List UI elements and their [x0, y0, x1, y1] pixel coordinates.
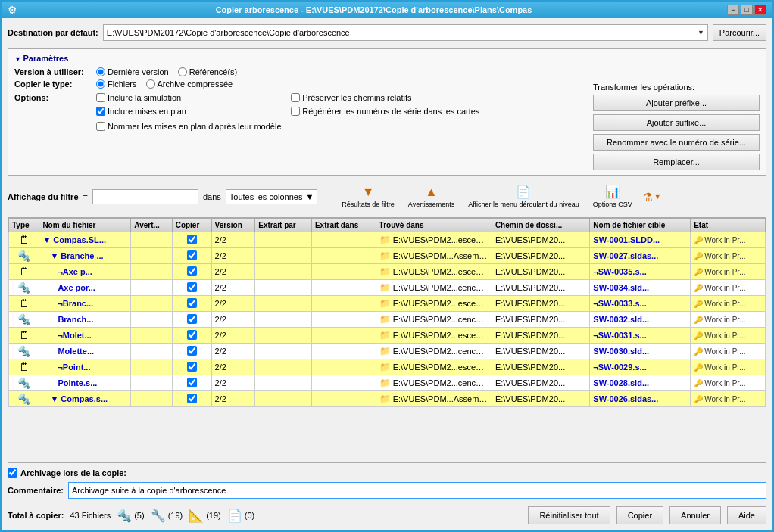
trouve-cell: 📁 E:\VUES\PDM2...cence\Pieces: [376, 280, 492, 296]
version-derniere[interactable]: Dernière version: [96, 67, 169, 76]
option-simulation[interactable]: Inclure la simulation: [96, 93, 285, 102]
col-copier: Copier: [172, 219, 211, 232]
cible-cell[interactable]: SW-0028.sld...: [590, 375, 691, 391]
prefix-button[interactable]: Ajouter préfixe...: [593, 95, 760, 111]
filename-cell[interactable]: ▼ Compas.s...: [39, 391, 131, 407]
version-reference-radio[interactable]: [178, 67, 187, 76]
filename-cell[interactable]: ¬Molet...: [39, 328, 131, 344]
filename-cell[interactable]: ¬Branc...: [39, 296, 131, 312]
copy-archive[interactable]: Archive compressée: [146, 79, 233, 89]
col-trouve: Trouvé dans: [376, 219, 492, 232]
col-etat: Etat: [691, 219, 766, 232]
rename-serial-button[interactable]: Renommer avec le numéro de série...: [593, 134, 760, 151]
funnel-arrow[interactable]: ▼: [654, 193, 661, 201]
preserve-chemins-checkbox[interactable]: [291, 93, 300, 102]
cible-cell[interactable]: SW-0027.sldas...: [590, 248, 691, 264]
filter-results-btn[interactable]: ▼ Résultats de filtre: [337, 184, 399, 210]
filename-cell[interactable]: ▼ Compas.SL...: [39, 232, 131, 248]
preserve-chemins-label: Préserver les chemins relatifs: [302, 93, 411, 102]
copy-button[interactable]: Copier: [616, 506, 663, 524]
window-controls: − □ ✕: [727, 5, 766, 15]
close-button[interactable]: ✕: [754, 5, 766, 15]
archive-checkbox[interactable]: [8, 468, 17, 478]
filename-cell[interactable]: ¬Point...: [39, 359, 131, 375]
copier-cell[interactable]: [172, 359, 211, 375]
filter-input[interactable]: [92, 189, 198, 204]
filename-cell[interactable]: Pointe.s...: [39, 375, 131, 391]
copier-cell[interactable]: [172, 232, 211, 248]
cible-cell[interactable]: SW-0030.sld...: [590, 344, 691, 359]
avert-cell: [131, 359, 172, 375]
filter-columns-combo[interactable]: Toutes les colonnes ▼: [226, 189, 318, 204]
cible-cell[interactable]: SW-0034.sld...: [590, 280, 691, 296]
option-mises-en-plan[interactable]: Inclure mises en plan: [96, 107, 285, 116]
version-cell: 2/2: [211, 328, 255, 344]
comment-input[interactable]: [68, 482, 766, 499]
cible-cell[interactable]: ¬SW-0035.s...: [590, 264, 691, 280]
csv-options-btn[interactable]: 📊 Options CSV: [588, 183, 637, 210]
trouve-cell: 📁 E:\VUES\PDM...Assemblages: [376, 248, 492, 264]
cible-cell[interactable]: ¬SW-0033.s...: [590, 296, 691, 312]
cible-cell[interactable]: ¬SW-0031.s...: [590, 328, 691, 344]
maximize-button[interactable]: □: [741, 5, 753, 15]
cible-cell[interactable]: SW-0026.sldas...: [590, 391, 691, 407]
filename-cell[interactable]: ▼ Branche ...: [39, 248, 131, 264]
filename-cell[interactable]: Axe por...: [39, 280, 131, 296]
extrait-dans-cell: [311, 312, 376, 328]
suffix-button[interactable]: Ajouter suffixe...: [593, 114, 760, 131]
warnings-label: Avertissements: [408, 201, 454, 208]
copy-fichiers-radio[interactable]: [96, 79, 105, 89]
dropdown-menu-btn[interactable]: 📄 Afficher le menu déroulant du niveau: [463, 183, 583, 210]
version-cell: 2/2: [211, 359, 255, 375]
option-nommer[interactable]: Nommer les mises en plan d'après leur mo…: [96, 122, 587, 131]
filename-cell[interactable]: Branch...: [39, 312, 131, 328]
copier-cell[interactable]: [172, 248, 211, 264]
filename-cell[interactable]: Molette...: [39, 344, 131, 359]
other-count: (0): [245, 511, 254, 520]
destination-combo[interactable]: E:\VUES\PDM20172\Copie d'arborescence\Co…: [103, 24, 708, 41]
copier-cell[interactable]: [172, 312, 211, 328]
avert-cell: [131, 248, 172, 264]
copier-cell[interactable]: [172, 264, 211, 280]
filename-cell[interactable]: ¬Axe p...: [39, 264, 131, 280]
version-reference-label: Référencé(s): [189, 67, 238, 76]
reset-button[interactable]: Réinitialiser tout: [528, 506, 610, 524]
archive-checkbox-label[interactable]: Archivage lors de la copie:: [8, 468, 126, 478]
cancel-button[interactable]: Annuler: [669, 506, 721, 524]
mises-en-plan-checkbox[interactable]: [96, 107, 105, 116]
cible-cell[interactable]: SW-0032.sld...: [590, 312, 691, 328]
browse-button[interactable]: Parcourir...: [713, 24, 766, 41]
dropdown-arrow-icon: ▼: [698, 29, 704, 36]
copier-cell[interactable]: [172, 344, 211, 359]
nommer-checkbox[interactable]: [96, 122, 105, 131]
warnings-btn[interactable]: ▲ Avertissements: [404, 184, 459, 210]
copier-cell[interactable]: [172, 328, 211, 344]
option-preserve-chemins[interactable]: Préserver les chemins relatifs: [291, 93, 479, 102]
simulation-checkbox[interactable]: [96, 93, 105, 102]
version-reference[interactable]: Référencé(s): [178, 67, 238, 76]
copier-cell[interactable]: [172, 391, 211, 407]
copier-cell[interactable]: [172, 296, 211, 312]
cible-cell[interactable]: SW-0001.SLDD...: [590, 232, 691, 248]
copier-cell[interactable]: [172, 375, 211, 391]
version-cell: 2/2: [211, 312, 255, 328]
etat-cell: 🔑 Work in Pr...: [691, 232, 766, 248]
copier-cell[interactable]: [172, 280, 211, 296]
regenerer-checkbox[interactable]: [291, 107, 300, 116]
option-regenerer[interactable]: Régénérer les numéros de série dans les …: [291, 107, 479, 116]
minimize-button[interactable]: −: [727, 5, 739, 15]
copy-archive-radio[interactable]: [146, 79, 155, 89]
copy-fichiers[interactable]: Fichiers: [96, 79, 137, 89]
menu-label: Afficher le menu déroulant du niveau: [468, 201, 579, 208]
replace-button[interactable]: Remplacer...: [593, 154, 760, 170]
chemin-cell: E:\VUES\PDM20...: [492, 328, 589, 344]
trouve-cell: 📁 E:\VUES\PDM2...escence\Plans: [376, 296, 492, 312]
version-derniere-radio[interactable]: [96, 67, 105, 76]
cible-cell[interactable]: ¬SW-0029.s...: [590, 359, 691, 375]
avert-cell: [131, 264, 172, 280]
extrait-dans-cell: [311, 296, 376, 312]
funnel-icon[interactable]: ⚗: [643, 191, 653, 203]
help-button[interactable]: Aide: [727, 506, 766, 524]
version-cell: 2/2: [211, 280, 255, 296]
version-cell: 2/2: [211, 248, 255, 264]
